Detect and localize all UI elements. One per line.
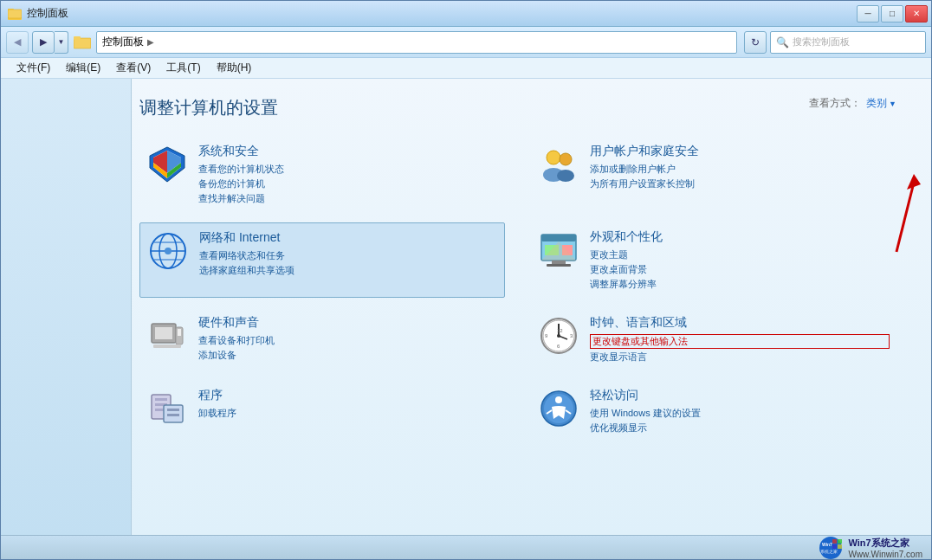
appearance-links: 更改主题 更改桌面背景 调整屏幕分辨率 — [590, 248, 890, 291]
appearance-text: 外观和个性化 更改主题 更改桌面背景 调整屏幕分辨率 — [590, 229, 890, 291]
appearance-title[interactable]: 外观和个性化 — [590, 229, 890, 245]
ease-access-title[interactable]: 轻松访问 — [590, 388, 890, 403]
network-links: 查看网络状态和任务 选择家庭组和共享选项 — [199, 249, 497, 277]
nav-bar: ◀ ▶ ▼ 控制面板 ▶ ↻ 🔍 搜索控制面板 — [1, 27, 931, 58]
address-bar[interactable]: 控制面板 ▶ — [96, 31, 737, 54]
svg-point-53 — [555, 396, 562, 403]
link-network-status[interactable]: 查看网络状态和任务 — [199, 249, 497, 262]
cp-item-clock[interactable]: 12 3 6 9 时钟、语言和区域 更改键盘或其他输入法 更改显示语言 — [531, 308, 896, 370]
main-content: 查看方式： 类别 ▼ 调整计算机的设置 — [1, 79, 931, 535]
link-add-device[interactable]: 添加设备 — [198, 349, 498, 362]
ease-access-text: 轻松访问 使用 Windows 建议的设置 优化视频显示 — [590, 388, 890, 434]
link-theme[interactable]: 更改主题 — [590, 248, 890, 261]
close-button[interactable]: ✕ — [905, 5, 928, 23]
window-title: 控制面板 — [27, 6, 68, 21]
clock-icon: 12 3 6 9 — [538, 315, 579, 357]
programs-icon — [146, 388, 188, 429]
svg-point-39 — [557, 334, 560, 338]
link-desktop-bg[interactable]: 更改桌面背景 — [590, 263, 890, 276]
svg-point-16 — [557, 170, 574, 182]
system-security-links: 查看您的计算机状态 备份您的计算机 查找并解决问题 — [198, 163, 498, 205]
user-accounts-title[interactable]: 用户帐户和家庭安全 — [590, 144, 890, 159]
menu-view[interactable]: 查看(V) — [109, 59, 158, 77]
link-display-language[interactable]: 更改显示语言 — [590, 351, 890, 364]
link-uninstall[interactable]: 卸载程序 — [198, 407, 498, 420]
menu-help[interactable]: 帮助(H) — [210, 59, 259, 77]
menu-edit[interactable]: 编辑(E) — [59, 59, 107, 77]
programs-title[interactable]: 程序 — [198, 388, 498, 403]
hardware-text: 硬件和声音 查看设备和打印机 添加设备 — [198, 315, 498, 362]
logo-icon: Win7 系统之家 — [819, 536, 843, 560]
cp-item-user-accounts[interactable]: 用户帐户和家庭安全 添加或删除用户帐户 为所有用户设置家长控制 — [531, 137, 896, 212]
cp-item-programs[interactable]: 程序 卸载程序 — [139, 381, 505, 441]
hardware-links: 查看设备和打印机 添加设备 — [198, 334, 498, 362]
window: 控制面板 ─ □ ✕ ◀ ▶ ▼ 控制面板 ▶ ↻ 🔍 搜索控制面板 文件(F)… — [0, 0, 932, 560]
cp-item-network[interactable]: 网络和 Internet 查看网络状态和任务 选择家庭组和共享选项 — [139, 222, 505, 298]
cp-item-ease-access[interactable]: 轻松访问 使用 Windows 建议的设置 优化视频显示 — [531, 381, 896, 441]
link-windows-suggestions[interactable]: 使用 Windows 建议的设置 — [590, 407, 890, 420]
title-bar: 控制面板 ─ □ ✕ — [1, 1, 931, 27]
address-folder-icon — [74, 34, 91, 51]
link-keyboard-input[interactable]: 更改键盘或其他输入法 — [590, 334, 890, 349]
svg-rect-49 — [167, 409, 179, 411]
link-optimize-video[interactable]: 优化视频显示 — [590, 422, 890, 434]
back-button[interactable]: ◀ — [6, 31, 29, 54]
svg-text:系统之家: 系统之家 — [820, 549, 838, 554]
svg-point-13 — [547, 151, 560, 164]
user-accounts-links: 添加或删除用户帐户 为所有用户设置家长控制 — [590, 163, 890, 190]
svg-rect-60 — [838, 539, 842, 544]
system-security-title[interactable]: 系统和安全 — [198, 144, 498, 159]
search-icon: 🔍 — [776, 36, 789, 48]
svg-point-15 — [560, 153, 572, 165]
link-devices-printers[interactable]: 查看设备和打印机 — [198, 334, 498, 347]
menu-file[interactable]: 文件(F) — [10, 59, 57, 77]
network-title[interactable]: 网络和 Internet — [199, 230, 497, 246]
user-accounts-text: 用户帐户和家庭安全 添加或删除用户帐户 为所有用户设置家长控制 — [590, 144, 890, 190]
menu-bar: 文件(F) 编辑(E) 查看(V) 工具(T) 帮助(H) — [1, 58, 931, 79]
minimize-button[interactable]: ─ — [857, 5, 879, 23]
programs-text: 程序 卸载程序 — [198, 388, 498, 420]
menu-tools[interactable]: 工具(T) — [159, 59, 207, 77]
svg-point-22 — [165, 248, 172, 254]
nav-dropdown[interactable]: ▼ — [55, 31, 68, 54]
page-title: 调整计算机的设置 — [139, 96, 896, 119]
link-check-status[interactable]: 查看您的计算机状态 — [198, 163, 498, 176]
svg-rect-33 — [178, 329, 181, 336]
network-text: 网络和 Internet 查看网络状态和任务 选择家庭组和共享选项 — [199, 230, 497, 277]
search-bar[interactable]: 🔍 搜索控制面板 — [770, 31, 926, 54]
title-bar-left: 控制面板 — [8, 6, 68, 21]
cp-item-hardware[interactable]: 硬件和声音 查看设备和打印机 添加设备 — [139, 308, 505, 370]
clock-title[interactable]: 时钟、语言和区域 — [590, 315, 890, 331]
link-troubleshoot[interactable]: 查找并解决问题 — [198, 192, 498, 205]
link-backup[interactable]: 备份您的计算机 — [198, 177, 498, 190]
control-panel-grid: 系统和安全 查看您的计算机状态 备份您的计算机 查找并解决问题 — [139, 137, 896, 441]
link-homegroup[interactable]: 选择家庭组和共享选项 — [199, 264, 497, 277]
link-resolution[interactable]: 调整屏幕分辨率 — [590, 278, 890, 291]
clock-links: 更改键盘或其他输入法 更改显示语言 — [590, 334, 890, 364]
view-mode-value[interactable]: 类别 ▼ — [866, 96, 896, 111]
cp-item-appearance[interactable]: 外观和个性化 更改主题 更改桌面背景 调整屏幕分辨率 — [531, 222, 896, 298]
svg-rect-4 — [74, 36, 81, 40]
ease-access-links: 使用 Windows 建议的设置 优化视频显示 — [590, 407, 890, 434]
link-parental-control[interactable]: 为所有用户设置家长控制 — [590, 177, 890, 190]
address-text: 控制面板 — [102, 35, 144, 49]
svg-text:Win7: Win7 — [822, 542, 832, 547]
address-arrow: ▶ — [147, 37, 154, 47]
svg-rect-31 — [155, 327, 172, 339]
link-add-user[interactable]: 添加或删除用户帐户 — [590, 163, 890, 176]
hardware-icon — [146, 315, 188, 357]
svg-rect-45 — [155, 398, 167, 401]
appearance-icon — [538, 229, 579, 271]
system-security-icon — [146, 144, 188, 185]
cp-item-system-security[interactable]: 系统和安全 查看您的计算机状态 备份您的计算机 查找并解决问题 — [139, 137, 505, 212]
system-security-text: 系统和安全 查看您的计算机状态 备份您的计算机 查找并解决问题 — [198, 144, 498, 205]
forward-button[interactable]: ▶ — [32, 31, 55, 54]
user-accounts-icon — [538, 144, 579, 185]
svg-rect-28 — [552, 261, 566, 264]
maximize-button[interactable]: □ — [881, 5, 903, 23]
refresh-button[interactable]: ↻ — [744, 31, 767, 54]
network-icon — [147, 230, 189, 272]
svg-rect-24 — [541, 235, 576, 241]
title-bar-controls: ─ □ ✕ — [857, 5, 928, 23]
hardware-title[interactable]: 硬件和声音 — [198, 315, 498, 331]
